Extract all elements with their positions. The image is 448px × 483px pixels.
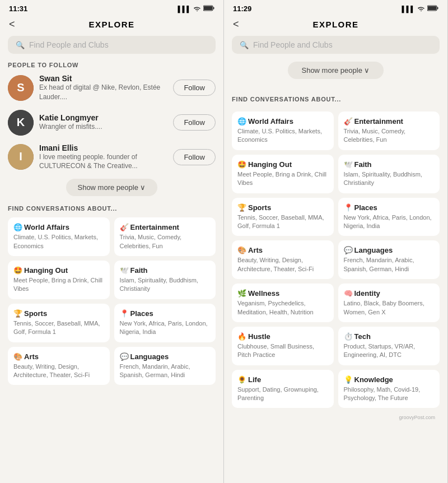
conv-title: 📍Places [120, 309, 211, 318]
person-imani: I Imani Ellis I love meeting people. fou… [8, 143, 216, 171]
conv-desc: Islam, Spirituality, Buddhism, Christian… [344, 170, 435, 188]
conv-card-right-10[interactable]: 🔥Hustle Clubhouse, Small Business, Pitch… [232, 327, 334, 365]
status-icons-right: ▌▌▌ [402, 5, 438, 12]
conv-desc: Islam, Spirituality, Buddhism, Christian… [120, 276, 211, 294]
conv-card-right-1[interactable]: 🎸Entertainment Trivia, Music, Comedy, Ce… [338, 112, 440, 150]
conv-title: 🌐World Affairs [237, 117, 328, 126]
person-name-swan: Swan Sit [39, 74, 167, 83]
back-button-right[interactable]: < [233, 18, 239, 30]
people-section-title: PEOPLE TO FOLLOW [8, 62, 216, 68]
conv-title: 🎨Arts [237, 246, 328, 254]
header-right: < EXPLORE [224, 15, 447, 34]
back-button-left[interactable]: < [9, 18, 15, 30]
status-icons-left: ▌▌▌ [178, 5, 214, 12]
conv-emoji: 🤩 [13, 266, 22, 275]
conv-card-right-11[interactable]: ⏱️Tech Product, Startups, VR/AR, Enginee… [338, 327, 440, 365]
conv-emoji: 📍 [120, 309, 129, 318]
conv-desc: Climate, U.S. Politics, Markets, Economi… [237, 127, 328, 145]
follow-button-imani[interactable]: Follow [173, 149, 216, 165]
conv-emoji: 🏆 [237, 203, 246, 212]
conv-desc: New York, Africa, Paris, London, Nigeria… [344, 213, 435, 231]
conv-card-right-13[interactable]: 💡Knowledge Philosophy, Math, Covid-19, P… [338, 370, 440, 408]
search-placeholder-right: Find People and Clubs [253, 40, 333, 49]
conv-title: 📍Places [344, 203, 435, 212]
conversations-grid-right: 🌐World Affairs Climate, U.S. Politics, M… [232, 112, 440, 408]
conv-emoji: 🕊️ [120, 266, 129, 275]
conv-card-left-7[interactable]: 💬Languages French, Mandarin, Arabic, Spa… [114, 347, 216, 386]
wifi-icon-right [417, 6, 425, 12]
conv-card-right-6[interactable]: 🎨Arts Beauty, Writing, Design, Architect… [232, 240, 334, 279]
content-right: 🌐World Affairs Climate, U.S. Politics, M… [224, 112, 447, 483]
conv-desc: Latino, Black, Baby Boomers, Women, Gen … [344, 299, 435, 317]
conv-desc: Veganism, Psychedelics, Meditation, Heal… [237, 299, 328, 317]
people-list: S Swan Sit Ex head of digital @ Nike, Re… [8, 74, 216, 171]
conv-desc: French, Mandarin, Arabic, Spanish, Germa… [120, 363, 211, 380]
conv-title: 🌻Life [237, 375, 328, 384]
conv-emoji: 🧠 [344, 289, 353, 298]
conv-desc: Meet People, Bring a Drink, Chill Vibes [237, 170, 328, 188]
conv-card-left-6[interactable]: 🎨Arts Beauty, Writing, Design, Architect… [8, 347, 110, 386]
conv-card-left-2[interactable]: 🤩Hanging Out Meet People, Bring a Drink,… [8, 261, 110, 299]
conv-emoji: 🤩 [237, 160, 246, 169]
conv-emoji: 🌻 [237, 375, 246, 384]
person-swan: S Swan Sit Ex head of digital @ Nike, Re… [8, 74, 216, 102]
avatar-swan: S [8, 75, 34, 101]
conv-card-left-5[interactable]: 📍Places New York, Africa, Paris, London,… [114, 304, 216, 342]
conv-emoji: 💬 [120, 352, 129, 361]
panel-left: 11:31 ▌▌▌ < EXPLORE 🔍 Find People and Cl… [0, 0, 224, 483]
person-desc-swan: Ex head of digital @ Nike, Revlon, Estée… [39, 83, 167, 102]
svg-text:I: I [19, 150, 22, 162]
watermark: groovyPost.com [232, 414, 440, 421]
avatar-imani: I [8, 144, 34, 170]
svg-text:S: S [17, 81, 24, 94]
person-info-katie: Katie Longmyer Wrangler of misfits.... [39, 113, 167, 132]
conv-card-left-4[interactable]: 🏆Sports Tennis, Soccer, Baseball, MMA, G… [8, 304, 110, 342]
conv-card-right-5[interactable]: 📍Places New York, Africa, Paris, London,… [338, 198, 440, 236]
search-icon-left: 🔍 [16, 41, 25, 49]
conv-card-right-9[interactable]: 🧠Identity Latino, Black, Baby Boomers, W… [338, 284, 440, 322]
conversations-title-right: FIND CONVERSATIONS ABOUT... [232, 96, 440, 103]
conv-desc: Beauty, Writing, Design, Architecture, T… [13, 363, 104, 380]
conv-card-right-7[interactable]: 💬Languages French, Mandarin, Arabic, Spa… [338, 240, 440, 279]
conv-emoji: 🎨 [237, 246, 246, 254]
conv-title: 🌿Wellness [237, 289, 328, 298]
conv-card-right-8[interactable]: 🌿Wellness Veganism, Psychedelics, Medita… [232, 284, 334, 322]
follow-button-katie[interactable]: Follow [173, 114, 216, 131]
conv-card-right-4[interactable]: 🏆Sports Tennis, Soccer, Baseball, MMA, G… [232, 198, 334, 236]
wifi-icon-left [193, 6, 201, 12]
conv-emoji: 💡 [344, 375, 353, 384]
conv-title: 🔥Hustle [237, 332, 328, 341]
conv-card-left-3[interactable]: 🕊️Faith Islam, Spirituality, Buddhism, C… [114, 261, 216, 299]
svg-rect-10 [437, 7, 438, 10]
conv-emoji: 🔥 [237, 332, 246, 341]
content-left: PEOPLE TO FOLLOW S Swan Sit Ex head of d… [0, 59, 223, 483]
search-bar-right[interactable]: 🔍 Find People and Clubs [232, 36, 440, 54]
search-placeholder-left: Find People and Clubs [29, 40, 109, 49]
conversations-grid-left: 🌐World Affairs Climate, U.S. Politics, M… [8, 217, 216, 385]
follow-button-swan[interactable]: Follow [173, 80, 216, 96]
header-title-left: EXPLORE [88, 20, 134, 29]
conv-card-left-0[interactable]: 🌐World Affairs Climate, U.S. Politics, M… [8, 217, 110, 256]
conv-card-right-2[interactable]: 🤩Hanging Out Meet People, Bring a Drink,… [232, 155, 334, 193]
conv-desc: Tennis, Soccer, Baseball, MMA, Golf, For… [237, 213, 328, 231]
conv-card-right-12[interactable]: 🌻Life Support, Dating, Grownuping, Paren… [232, 370, 334, 408]
search-bar-left[interactable]: 🔍 Find People and Clubs [8, 36, 216, 54]
conv-card-left-1[interactable]: 🎸Entertainment Trivia, Music, Comedy, Ce… [114, 217, 216, 256]
status-bar-left: 11:31 ▌▌▌ [0, 0, 223, 15]
conv-emoji: 📍 [344, 203, 353, 212]
search-icon-right: 🔍 [240, 41, 249, 49]
show-more-people-button-right[interactable]: Show more people ∨ [288, 62, 383, 79]
header-title-right: EXPLORE [312, 20, 358, 29]
conv-emoji: 🕊️ [344, 160, 353, 169]
conv-desc: Trivia, Music, Comedy, Celebrities, Fun [120, 233, 211, 250]
conv-card-right-3[interactable]: 🕊️Faith Islam, Spirituality, Buddhism, C… [338, 155, 440, 193]
person-katie: K Katie Longmyer Wrangler of misfits....… [8, 110, 216, 136]
svg-text:K: K [17, 116, 25, 128]
avatar-katie: K [8, 110, 34, 136]
conv-emoji: 🌐 [237, 117, 246, 126]
conv-card-right-0[interactable]: 🌐World Affairs Climate, U.S. Politics, M… [232, 112, 334, 150]
conv-emoji: 🎨 [13, 352, 22, 361]
conv-title: 💡Knowledge [344, 375, 435, 384]
show-more-people-button-left[interactable]: Show more people ∨ [66, 179, 157, 196]
conv-desc: Tennis, Soccer, Baseball, MMA, Golf, For… [13, 319, 104, 337]
